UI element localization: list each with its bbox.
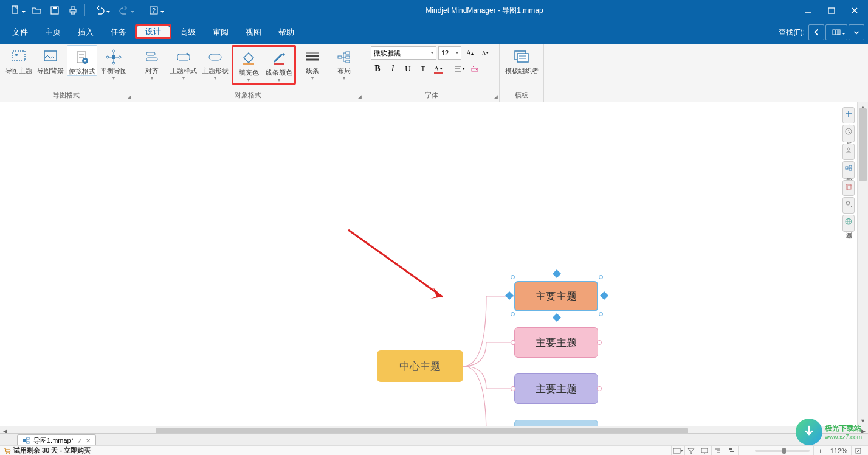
undo-button[interactable] [88, 2, 111, 18]
italic-button[interactable]: I [386, 62, 399, 75]
align-text-button[interactable]: ▾ [453, 62, 466, 75]
topic-shape-icon [207, 47, 223, 67]
vscroll-thumb[interactable] [859, 108, 867, 181]
sidetab-search[interactable]: 搜索 [842, 197, 855, 214]
menu-insert[interactable]: 插入 [69, 21, 102, 44]
clear-format-button[interactable] [468, 62, 481, 75]
handle-w[interactable] [505, 291, 514, 300]
document-tab[interactable]: 导图1.mmap* ⤢ ✕ [17, 434, 96, 446]
view-gantt-button[interactable] [725, 446, 738, 455]
connector-dot[interactable] [511, 340, 515, 345]
collapse-ribbon-button[interactable] [849, 24, 864, 40]
layout-button[interactable]: 布局▾ [329, 45, 359, 81]
find-prev-button[interactable] [808, 24, 824, 40]
sidetab-index[interactable]: 索引 [842, 107, 855, 123]
window-title: Mindjet MindManager - 导图1.mmap [169, 5, 800, 16]
view-mode-1-button[interactable]: ▾ [671, 446, 684, 455]
redo-button[interactable] [112, 2, 136, 18]
svg-rect-59 [849, 168, 852, 170]
svg-rect-0 [12, 6, 18, 13]
dialog-launcher-map-format[interactable]: ◢ [127, 94, 131, 100]
menu-home[interactable]: 主页 [36, 21, 69, 44]
main-topic-2[interactable]: 主要主题 [514, 327, 598, 358]
close-tab-button[interactable]: ✕ [86, 437, 91, 444]
svg-rect-71 [701, 448, 708, 453]
menu-file[interactable]: 文件 [4, 21, 36, 44]
svg-rect-33 [177, 54, 190, 60]
menu-help[interactable]: 帮助 [270, 21, 303, 44]
align-button[interactable]: 对齐▾ [137, 45, 167, 81]
new-file-button[interactable] [4, 2, 27, 18]
pin-tab-icon[interactable]: ⤢ [77, 437, 82, 444]
svg-rect-60 [846, 184, 851, 189]
print-button[interactable] [64, 2, 81, 18]
handle-n[interactable] [553, 269, 561, 278]
dialog-launcher-font[interactable]: ◢ [494, 94, 498, 100]
layout-toggle-button[interactable] [825, 24, 847, 40]
underline-button[interactable]: U [401, 62, 415, 75]
close-button[interactable] [846, 3, 863, 18]
menu-view[interactable]: 视图 [237, 21, 270, 44]
zoom-slider[interactable] [755, 450, 810, 452]
sidetab-map-parts[interactable]: 导图部件 [842, 161, 855, 179]
vertical-scrollbar[interactable]: ▲ ▼ [857, 102, 868, 426]
strikethrough-button[interactable]: T [416, 62, 430, 75]
note-format-icon [74, 48, 90, 68]
handle-e[interactable] [600, 291, 608, 300]
menu-task[interactable]: 任务 [102, 21, 135, 44]
menu-design[interactable]: 设计 [137, 26, 170, 37]
font-color-button[interactable]: A▾ [432, 62, 445, 75]
line-button[interactable]: 线条▾ [297, 45, 328, 81]
trial-status[interactable]: 试用剩余 30 天 - 立即购买 [13, 446, 91, 455]
line-color-button[interactable]: 线条颜色▾ [264, 47, 294, 83]
group-label-font: 字体 [367, 89, 495, 102]
view-presentation-button[interactable] [698, 446, 711, 455]
minimize-button[interactable] [800, 3, 817, 18]
fill-color-button[interactable]: 填充色▾ [233, 47, 264, 83]
help-button[interactable]: ? [142, 2, 165, 18]
note-format-button[interactable]: 便笺格式 [67, 45, 97, 76]
connector-dot[interactable] [597, 386, 602, 391]
map-theme-button[interactable]: 导图主题 [4, 45, 34, 75]
view-filter-button[interactable] [684, 446, 698, 455]
handle-se[interactable] [599, 312, 603, 316]
main-topic-3[interactable]: 主要主题 [514, 373, 598, 404]
maximize-button[interactable] [823, 3, 840, 18]
open-file-button[interactable] [28, 2, 45, 18]
font-name-combo[interactable]: 微软雅黑 [371, 46, 436, 60]
central-topic[interactable]: 中心主题 [377, 350, 463, 382]
handle-nw[interactable] [511, 275, 515, 279]
svg-point-56 [847, 148, 850, 150]
topic-style-button[interactable]: 主题样式▾ [168, 45, 199, 81]
bold-button[interactable]: B [371, 62, 384, 75]
zoom-in-button[interactable]: + [813, 446, 827, 455]
connector-dot[interactable] [511, 386, 515, 391]
sidetab-browser[interactable]: 浏览器 [842, 215, 855, 232]
handle-ne[interactable] [599, 275, 603, 279]
zoom-level[interactable]: 112% [830, 447, 847, 454]
fit-view-button[interactable] [851, 446, 864, 455]
canvas[interactable]: 中心主题 主要主题 主要主题 主要主题 主要主题 [0, 102, 855, 426]
view-outline-button[interactable] [711, 446, 725, 455]
map-background-button[interactable]: 导图背景 [35, 45, 66, 75]
handle-sw[interactable] [511, 312, 515, 316]
menu-advanced[interactable]: 高级 [171, 21, 204, 44]
template-organizer-button[interactable]: 模板组织者 [503, 45, 540, 75]
main-topic-4[interactable]: 主要主题 [514, 420, 598, 426]
balance-map-button[interactable]: 平衡导图 ▾ [98, 45, 129, 81]
topic-shape-button[interactable]: 主题形状▾ [200, 45, 230, 81]
handle-s[interactable] [553, 313, 561, 322]
grow-font-button[interactable]: A▴ [463, 46, 477, 60]
font-size-combo[interactable]: 12 [438, 46, 461, 60]
save-button[interactable] [46, 2, 63, 18]
sidetab-task-info[interactable]: 任务信息 [842, 125, 855, 142]
ribbon: 导图主题 导图背景 便笺格式 平衡导图 ▾ 导图格式 ◢ 对齐▾ [0, 44, 868, 102]
dialog-launcher-object-format[interactable]: ◢ [357, 94, 362, 100]
sidetab-library[interactable]: 库 [842, 180, 855, 196]
menu-review[interactable]: 审阅 [204, 21, 237, 44]
main-topic-1[interactable]: 主要主题 [514, 281, 598, 311]
connector-dot[interactable] [597, 340, 602, 345]
shrink-font-button[interactable]: A▾ [478, 46, 492, 60]
sidetab-resources[interactable]: 资源 [842, 144, 855, 160]
zoom-out-button[interactable]: − [738, 446, 751, 455]
